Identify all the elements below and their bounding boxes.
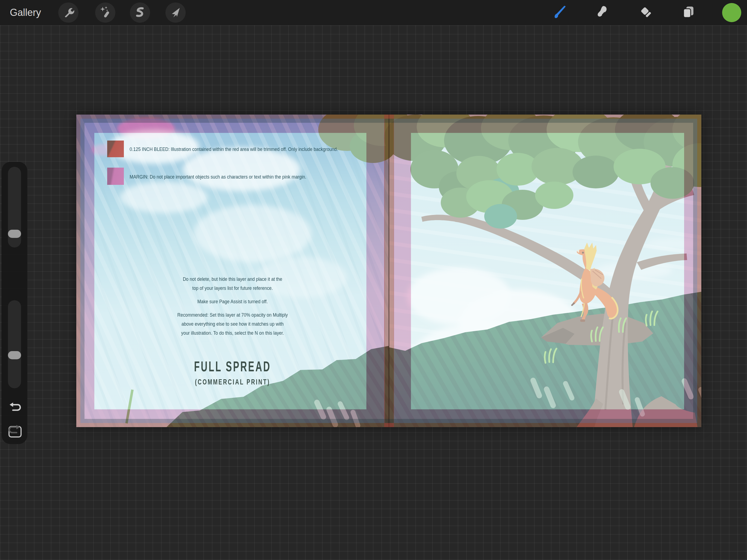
instruction-line: Do not delete, but hide this layer and p… [100, 275, 366, 284]
gallery-button[interactable]: Gallery [10, 0, 41, 25]
brush-sidebar [2, 162, 27, 444]
margin-color-swatch [107, 168, 124, 185]
bleed-note: 0.125 INCH BLEED: Illustration contained… [130, 146, 338, 152]
layers-button[interactable] [680, 4, 697, 21]
redo-button[interactable] [8, 424, 21, 436]
instruction-line: above everything else to see how it matc… [100, 320, 366, 328]
eraser-icon [638, 4, 653, 21]
spread-subtitle: (COMMERCIAL PRINT) [123, 378, 342, 386]
color-circle-icon[interactable] [722, 3, 741, 22]
magic-wand-icon [99, 6, 111, 19]
undo-button[interactable] [8, 401, 21, 414]
transform-button[interactable] [165, 2, 186, 23]
artwork-canvas[interactable]: 0.125 INCH BLEED: Illustration contained… [76, 114, 701, 427]
brush-size-handle[interactable] [8, 230, 21, 238]
spread-title: FULL SPREAD [133, 358, 333, 375]
instruction-line: Recommended: Set this layer at 70% opaci… [100, 310, 366, 320]
instruction-line [100, 292, 366, 297]
s-curve-icon [134, 6, 146, 19]
selection-button[interactable] [130, 2, 150, 23]
paintbrush-icon [552, 4, 567, 21]
adjustments-button[interactable] [95, 2, 115, 23]
actions-button[interactable] [58, 2, 78, 23]
layers-icon [681, 4, 696, 21]
smudge-finger-icon [594, 4, 610, 21]
wrench-icon [62, 6, 75, 19]
opacity-handle[interactable] [8, 351, 21, 359]
instruction-line [100, 306, 366, 310]
paint-tool-button[interactable] [551, 4, 568, 21]
erase-tool-button[interactable] [638, 4, 654, 21]
smudge-tool-button[interactable] [594, 4, 610, 21]
arrow-cursor-icon [169, 6, 182, 19]
opacity-slider[interactable] [8, 300, 21, 388]
top-toolbar: Gallery [0, 0, 747, 25]
procreate-workspace: { "toolbar": { "gallery_label": "Gallery… [0, 0, 747, 560]
instruction-line: your illustration. To do this, select th… [100, 328, 366, 337]
margin-note: MARGIN: Do not place important objects s… [130, 174, 306, 180]
instruction-line: Make sure Page Assist is turned off. [100, 297, 366, 306]
layer-instructions: Do not delete, but hide this layer and p… [100, 275, 366, 337]
bleed-color-swatch [107, 141, 124, 157]
instruction-line: top of your layers list for future refer… [100, 284, 366, 292]
